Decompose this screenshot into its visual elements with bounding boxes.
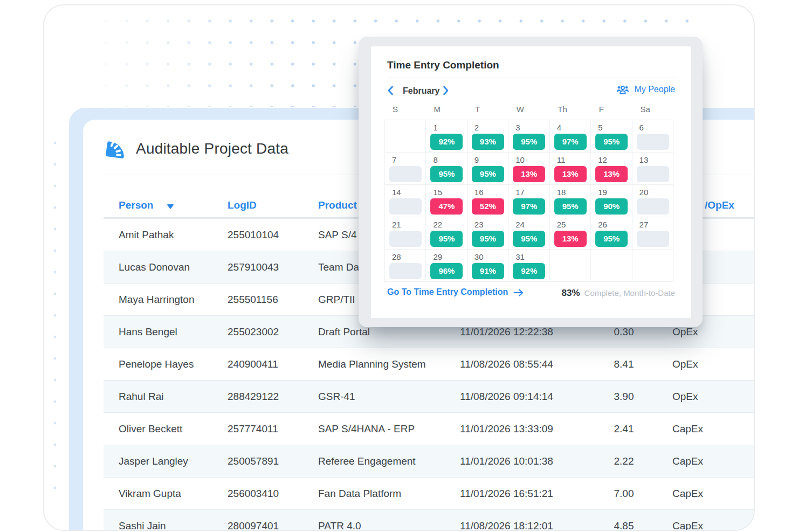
previous-month-icon[interactable] [387, 86, 394, 95]
time-entry-completion-panel: Time Entry Completion February My People [359, 37, 703, 327]
day-number: 28 [392, 252, 401, 261]
table-row[interactable]: Oliver Beckett257774011SAP S/4HANA - ERP… [104, 412, 755, 445]
day-completion-badge[interactable]: 96% [430, 263, 463, 279]
table-row[interactable]: Sashi Jain280097401PATR 4.011/08/2026 18… [104, 509, 755, 531]
day-completion-badge[interactable]: 13% [554, 166, 587, 182]
cell-person: Maya Harrington [119, 284, 194, 316]
day-completion-badge[interactable]: 95% [513, 134, 545, 150]
cell-hours: 2.41 [602, 413, 645, 445]
day-completion-badge[interactable]: 13% [595, 166, 628, 182]
completion-percent: 83% [562, 288, 580, 299]
calendar-day-cell: 2495% [508, 217, 549, 250]
day-completion-badge[interactable]: 13% [513, 166, 545, 182]
day-number: 14 [392, 188, 401, 197]
weekday-label: Sa [640, 105, 650, 114]
cell-timestamp: 11/08/2026 08:55:44 [460, 348, 553, 381]
arrow-right-icon [513, 288, 524, 297]
cell-hours: 4.85 [602, 510, 645, 531]
calendar-day-cell: 2395% [467, 217, 508, 250]
day-completion-badge[interactable]: 95% [430, 231, 463, 247]
day-badge-empty [389, 166, 422, 182]
day-completion-badge[interactable]: 90% [595, 198, 628, 215]
calendar-day-cell: 28 [385, 250, 426, 282]
day-completion-badge[interactable]: 97% [513, 198, 545, 215]
cell-product: Media Planning System [318, 348, 426, 381]
table-row[interactable]: Penelope Hayes240900411Media Planning Sy… [104, 348, 755, 380]
day-completion-badge[interactable]: 95% [554, 198, 587, 215]
day-completion-badge[interactable]: 95% [430, 166, 463, 182]
go-to-time-entry-link[interactable]: Go To Time Entry Completion [387, 287, 524, 297]
day-number: 19 [598, 188, 607, 197]
day-completion-badge[interactable]: 95% [595, 231, 628, 247]
day-badge-empty [637, 231, 669, 247]
calendar-day-cell: 2996% [426, 250, 467, 282]
day-completion-badge[interactable]: 97% [554, 134, 587, 150]
cell-logid: 280097401 [228, 510, 279, 531]
go-to-time-entry-label: Go To Time Entry Completion [387, 287, 508, 297]
calendar-title: Time Entry Completion [387, 59, 499, 71]
table-row[interactable]: Rahul Rai288429122GSR-4111/08/2026 09:14… [104, 380, 755, 412]
cell-timestamp: 11/01/2026 10:01:38 [460, 445, 553, 478]
cell-logid: 256003410 [228, 478, 279, 510]
day-badge-empty [637, 134, 669, 150]
table-row[interactable]: Vikram Gupta256003410Fan Data Platform11… [104, 477, 755, 509]
cell-timestamp: 11/01/2026 16:51:21 [460, 478, 553, 510]
day-number: 9 [474, 155, 479, 164]
weekday-label: F [599, 105, 604, 114]
day-completion-badge[interactable]: 52% [472, 198, 504, 215]
cell-capex: OpEx [672, 381, 698, 413]
cell-product: GRP/TII [318, 284, 355, 316]
day-number: 12 [598, 155, 607, 164]
day-completion-badge[interactable]: 95% [595, 134, 628, 150]
day-completion-badge[interactable]: 13% [554, 231, 587, 247]
day-completion-badge[interactable]: 92% [513, 263, 545, 279]
table-row[interactable]: Jasper Langley250057891Referee Engagemen… [104, 445, 755, 477]
cell-product: GSR-41 [318, 381, 355, 413]
next-month-icon[interactable] [443, 86, 449, 95]
day-completion-badge[interactable]: 47% [430, 198, 463, 215]
day-number: 23 [474, 220, 484, 229]
day-number: 1 [433, 123, 437, 132]
day-completion-badge[interactable]: 95% [472, 166, 504, 182]
day-number: 7 [392, 155, 396, 164]
time-entry-completion-card: Time Entry Completion February My People [371, 46, 691, 318]
cell-person: Vikram Gupta [119, 478, 181, 510]
day-completion-badge[interactable]: 92% [430, 134, 463, 150]
day-number: 31 [515, 252, 525, 261]
day-number: 16 [474, 188, 484, 197]
divider [387, 78, 675, 78]
cell-person: Amit Pathak [119, 219, 174, 251]
day-number: 8 [433, 155, 437, 164]
calendar-day-cell [591, 250, 632, 282]
calendar-day-cell: 2695% [591, 217, 632, 250]
cell-person: Penelope Hayes [119, 348, 194, 381]
completion-stat: 83% Complete, Month-to-Date [562, 288, 675, 299]
cell-capex: OpEx [672, 348, 698, 381]
calendar-day-cell: 6 [632, 120, 673, 153]
day-number: 15 [433, 188, 442, 197]
calendar-day-cell: 595% [591, 120, 632, 153]
day-badge-empty [637, 198, 669, 215]
day-number: 27 [639, 220, 649, 229]
cell-timestamp: 11/01/2026 13:33:09 [460, 413, 553, 445]
day-badge-empty [389, 231, 422, 247]
calendar-day-cell: 1013% [508, 153, 549, 185]
my-people-link[interactable]: My People [616, 85, 675, 94]
calendar-day-cell: 20 [632, 185, 673, 217]
day-completion-badge[interactable]: 91% [472, 263, 504, 279]
cell-logid: 255501156 [228, 284, 278, 316]
day-completion-badge[interactable]: 95% [472, 231, 504, 247]
day-completion-badge[interactable]: 93% [472, 134, 504, 150]
cell-capex: CapEx [672, 413, 703, 445]
dot-pattern-left [51, 128, 59, 506]
day-number: 17 [515, 188, 525, 197]
calendar-day-cell: 1652% [467, 185, 508, 217]
day-completion-badge[interactable]: 95% [513, 231, 545, 247]
calendar-day-cell: 192% [426, 120, 467, 153]
my-people-label: My People [634, 85, 675, 94]
cell-capex: CapEx [672, 478, 703, 510]
calendar-day-cell: 2513% [550, 217, 591, 250]
day-number: 22 [433, 220, 442, 229]
day-number: 3 [515, 123, 520, 132]
calendar-day-cell: 3192% [508, 250, 549, 282]
